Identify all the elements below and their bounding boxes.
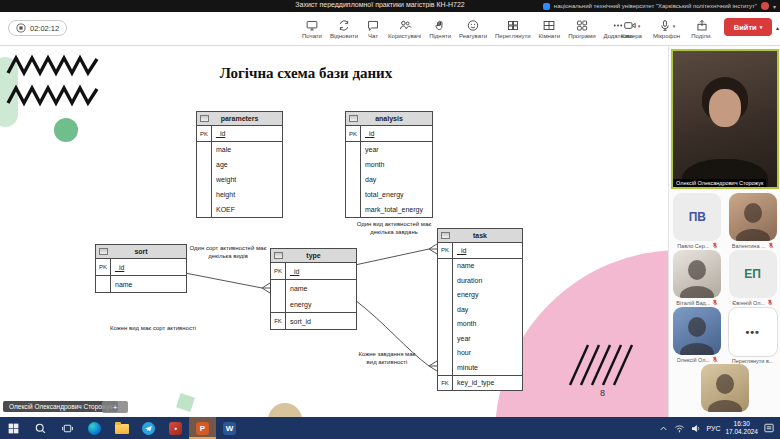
system-tray: РУС 16:30 17.04.2024 <box>658 417 780 439</box>
er-key-label: PK <box>96 259 111 275</box>
er-field-name: height <box>212 191 235 198</box>
more-dots-icon: ••• <box>729 308 777 356</box>
er-field-name: year <box>453 335 471 342</box>
table-icon <box>99 248 108 255</box>
language-indicator[interactable]: РУС <box>706 425 720 432</box>
participant-tile[interactable] <box>701 364 749 412</box>
participant-cell: Валентина ... <box>726 193 780 250</box>
participant-photo-head <box>744 203 762 223</box>
clock[interactable]: 16:30 17.04.2024 <box>725 420 758 436</box>
mic-muted-icon <box>712 356 718 364</box>
taskbar-app-edge[interactable] <box>81 417 108 439</box>
er-row: duration <box>438 273 522 288</box>
participant-tile[interactable]: ЕП <box>729 250 777 298</box>
toolbar-button-rooms[interactable]: Кімнати <box>537 15 563 43</box>
er-key-label <box>197 187 212 202</box>
er-field-name: _id <box>453 247 466 254</box>
meeting-title: Захист переддипломної практики магістрів… <box>200 1 560 8</box>
er-field-name: key_id_type <box>453 379 494 386</box>
er-key-label: PK <box>346 126 361 141</box>
stop-recording-icon[interactable] <box>16 23 26 33</box>
user-avatar[interactable] <box>761 2 769 10</box>
apps-icon <box>575 19 589 32</box>
er-key-label <box>438 302 453 317</box>
er-key-label <box>271 280 286 296</box>
er-field-name: male <box>212 146 231 153</box>
smiley-icon <box>466 19 480 32</box>
participant-photo-head <box>688 317 706 337</box>
device-button-mic[interactable]: ▾Мікрофон <box>651 15 682 43</box>
tray-chevron-icon[interactable] <box>658 423 669 434</box>
er-key-label: PK <box>438 243 453 258</box>
er-key-label <box>438 331 453 346</box>
er-field-name: _id <box>212 130 225 137</box>
toolbar-button-users[interactable]: Користувачі <box>386 15 423 43</box>
participant-cell: •••Переглянути в... <box>726 307 780 364</box>
participant-name: Валентина ... <box>732 243 766 249</box>
participant-tile[interactable] <box>729 193 777 241</box>
er-row: mark_total_energy <box>346 202 432 217</box>
clock-time: 16:30 <box>725 420 758 428</box>
er-key-label <box>271 296 286 312</box>
er-row: KOEF <box>197 202 282 217</box>
taskbar-app-powerpoint[interactable]: P <box>189 417 216 439</box>
device-button-share[interactable]: Поділи. <box>689 15 714 43</box>
taskbar-app-start[interactable] <box>0 417 27 439</box>
leave-button[interactable]: Вийти ▾ <box>724 18 772 36</box>
titlebar: Захист переддипломної практики магістрів… <box>0 0 780 12</box>
chevron-down-icon[interactable]: ▾ <box>638 23 641 29</box>
recording-indicator[interactable]: 02:02:12 <box>8 20 67 36</box>
device-button-camera[interactable]: ▾Камера <box>619 15 644 43</box>
overlay-add-button[interactable]: + <box>102 401 128 413</box>
relation-label-4: Кожне завдання має вид активності <box>345 351 429 366</box>
titlebar-chevron-icon[interactable]: ▾ <box>773 3 776 10</box>
toolbar-button-screen[interactable]: Почати <box>300 15 324 43</box>
er-key-label <box>438 288 453 303</box>
participant-tile[interactable] <box>673 307 721 355</box>
relation-label-1: Один сорт активностей має декілька видів <box>186 245 270 260</box>
org-name: національний технічний університет "Харк… <box>554 3 757 9</box>
taskbar-app-task-view[interactable] <box>54 417 81 439</box>
toolbar-button-label: Користувачі <box>388 33 421 39</box>
taskbar-app-word[interactable]: W <box>216 417 243 439</box>
participant-cell: ПВПавло Сер... <box>670 193 724 250</box>
toolbar-button-label: Кімнати <box>539 33 561 39</box>
clock-date: 17.04.2024 <box>725 428 758 436</box>
taskbar-app-telegram[interactable] <box>135 417 162 439</box>
network-icon[interactable] <box>674 423 685 434</box>
toolbar-button-label: Програми <box>568 33 595 39</box>
er-row: day <box>438 302 522 317</box>
restore-icon <box>337 19 351 32</box>
er-row: PK_id <box>346 126 432 142</box>
volume-icon[interactable] <box>690 423 701 434</box>
active-speaker-video[interactable]: Олексій Олександрович Сторожук <box>671 49 779 189</box>
toolbar-button-chat[interactable]: Чат <box>364 15 382 43</box>
relation-label-3: Кожен вид має сорт активності <box>92 325 214 333</box>
share-icon <box>695 19 709 32</box>
toolbar-button-grid[interactable]: Переглянути <box>493 15 533 43</box>
taskbar-app-search[interactable] <box>27 417 54 439</box>
action-center-icon[interactable] <box>763 422 775 434</box>
toolbar-button-restore[interactable]: Відновити <box>328 15 360 43</box>
toolbar-button-smiley[interactable]: Реагувати <box>457 15 489 43</box>
leave-chevron-icon[interactable]: ▾ <box>760 24 763 30</box>
participant-initials: ЕП <box>729 250 777 298</box>
toolbar-button-hand[interactable]: Підняти <box>427 15 453 43</box>
participant-photo-head <box>716 374 734 394</box>
participants-more-tile[interactable]: ••• <box>728 307 778 357</box>
er-row: age <box>197 157 282 172</box>
toolbar-button-label: Підняти <box>429 33 451 39</box>
er-row: energy <box>271 296 356 312</box>
chevron-down-icon[interactable]: ▾ <box>673 23 676 29</box>
toolbar-collapse-icon[interactable]: ▴ <box>776 24 779 31</box>
er-row: name <box>438 259 522 274</box>
participant-tile[interactable] <box>673 250 721 298</box>
toolbar-button-apps[interactable]: Програми <box>566 15 597 43</box>
telegram-icon <box>142 422 155 435</box>
participant-tile[interactable]: ПВ <box>673 193 721 241</box>
er-row: weight <box>197 172 282 187</box>
er-field-name: energy <box>286 301 311 308</box>
taskbar-app-app-red[interactable]: ● <box>162 417 189 439</box>
taskbar-app-file-explorer[interactable] <box>108 417 135 439</box>
red-app-icon: ● <box>169 422 182 435</box>
